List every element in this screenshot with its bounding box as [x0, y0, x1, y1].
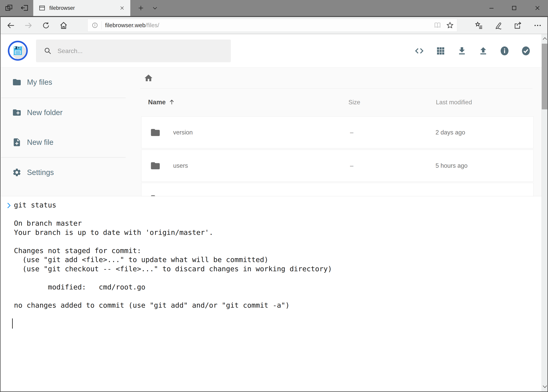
- page-favicon: [39, 5, 45, 11]
- breadcrumb-home-button[interactable]: [143, 73, 154, 84]
- terminal-line: [6, 237, 332, 246]
- new-tab-button[interactable]: [134, 0, 148, 16]
- terminal-line: Changes not staged for commit:: [6, 246, 332, 255]
- listing-divider: [140, 88, 533, 89]
- select-multiple-button[interactable]: [515, 34, 536, 68]
- close-window-icon: [534, 5, 540, 11]
- terminal-line: [6, 292, 332, 301]
- upload-button[interactable]: [472, 34, 494, 68]
- add-favorite-button[interactable]: [444, 20, 456, 31]
- page-content: My files New folder New file Settings Na…: [0, 68, 541, 196]
- scrollbar-thumb[interactable]: [542, 44, 548, 109]
- hub-icon: [475, 21, 483, 30]
- upload-icon: [478, 46, 488, 56]
- terminal[interactable]: git status On branch master Your branch …: [0, 196, 541, 392]
- forward-icon: [24, 21, 33, 30]
- refresh-icon: [42, 21, 50, 29]
- search-bar[interactable]: [36, 40, 231, 62]
- hub-favorites-button[interactable]: [470, 17, 488, 34]
- reading-view-button[interactable]: [432, 20, 443, 31]
- terminal-line: On branch master: [6, 219, 332, 228]
- terminal-command: git status: [6, 201, 56, 210]
- scroll-up-icon: [542, 37, 548, 40]
- terminal-line: [6, 273, 332, 283]
- terminal-line: Your branch is up to date with 'origin/m…: [6, 228, 332, 237]
- favorite-star-icon: [446, 21, 454, 29]
- info-button[interactable]: [494, 34, 515, 68]
- set-tabs-aside-button[interactable]: [18, 0, 32, 16]
- grid-view-button[interactable]: [430, 34, 451, 68]
- folder-icon: [150, 194, 161, 196]
- settings-more-button[interactable]: [528, 17, 547, 34]
- forward-button[interactable]: [20, 17, 37, 34]
- terminal-line: (use "git checkout -- <file>..." to disc…: [6, 264, 332, 273]
- address-bar[interactable]: filebrowser.web/files/: [87, 19, 457, 32]
- close-window-button[interactable]: [528, 0, 547, 16]
- tab-list-dropdown-button[interactable]: [148, 0, 162, 16]
- reading-view-icon: [434, 21, 441, 29]
- search-icon: [44, 47, 52, 55]
- sidebar-item-label: New folder: [27, 108, 62, 117]
- filebrowser-logo[interactable]: [8, 41, 28, 61]
- share-icon: [514, 21, 522, 30]
- row-name: users: [173, 150, 188, 182]
- search-input[interactable]: [57, 47, 225, 55]
- file-row-users[interactable]: users – 5 hours ago: [141, 150, 534, 182]
- minimize-icon: [489, 5, 494, 11]
- info-circle-icon: [91, 22, 98, 28]
- terminal-line: no changes added to commit (use "git add…: [6, 301, 332, 310]
- url-path: /files/: [146, 22, 159, 28]
- more-dots-icon: [533, 21, 542, 30]
- set-tabs-aside-icon: [21, 4, 29, 12]
- sidebar-item-label: My files: [27, 78, 52, 86]
- tab-preview-icon: [5, 4, 13, 12]
- tab-preview-button[interactable]: [2, 0, 16, 16]
- maximize-button[interactable]: [505, 0, 523, 16]
- sidebar-item-label: Settings: [27, 168, 54, 177]
- scroll-down-button[interactable]: [542, 382, 548, 391]
- scroll-up-button[interactable]: [542, 34, 548, 43]
- close-tab-button[interactable]: [118, 4, 126, 12]
- sidebar-item-label: New file: [27, 138, 53, 147]
- header-actions: [409, 34, 536, 68]
- file-plus-icon: [12, 138, 21, 147]
- row-name: storage: [173, 183, 193, 196]
- sidebar-item-new-file[interactable]: New file: [0, 131, 126, 153]
- share-button[interactable]: [509, 17, 527, 34]
- sidebar-item-settings[interactable]: Settings: [0, 161, 126, 183]
- browser-tab[interactable]: filebrowser: [33, 0, 130, 16]
- row-size: –: [350, 183, 353, 196]
- titlebar: filebrowser: [0, 0, 548, 16]
- sidebar-item-new-folder[interactable]: New folder: [0, 102, 126, 124]
- url-separator: [101, 21, 102, 29]
- url-host: filebrowser.web: [105, 22, 146, 28]
- check-filled-icon: [521, 45, 531, 56]
- file-row-storage[interactable]: storage – 2 days ago: [141, 183, 534, 196]
- folder-icon: [150, 161, 161, 171]
- page-scrollbar[interactable]: [541, 34, 548, 392]
- code-icon: [415, 46, 424, 56]
- web-notes-button[interactable]: [489, 17, 508, 34]
- url-text: filebrowser.web/files/: [105, 22, 432, 28]
- browser-toolbar: filebrowser.web/files/: [0, 17, 548, 34]
- column-headers: Name Size Last modified: [126, 98, 541, 109]
- folder-plus-icon: [12, 108, 21, 117]
- web-notes-pen-icon: [494, 21, 503, 30]
- minimize-button[interactable]: [482, 0, 500, 16]
- home-button[interactable]: [55, 17, 72, 34]
- window-border-left: [0, 16, 0, 392]
- refresh-button[interactable]: [37, 17, 55, 34]
- new-tab-icon: [138, 5, 144, 11]
- file-row-version[interactable]: version – 2 days ago: [141, 116, 534, 148]
- scroll-down-icon: [542, 385, 548, 388]
- raw-view-button[interactable]: [409, 34, 430, 68]
- file-listing: Name Size Last modified version – 2 days…: [126, 68, 541, 196]
- terminal-line: modified: cmd/root.go: [6, 283, 332, 292]
- column-header-size[interactable]: Size: [348, 99, 360, 106]
- column-header-name[interactable]: Name: [148, 98, 175, 106]
- sidebar-item-my-files[interactable]: My files: [0, 71, 126, 93]
- column-header-modified[interactable]: Last modified: [436, 99, 472, 106]
- download-button[interactable]: [451, 34, 472, 68]
- back-button[interactable]: [2, 17, 20, 34]
- breadcrumb-home-icon: [144, 73, 153, 83]
